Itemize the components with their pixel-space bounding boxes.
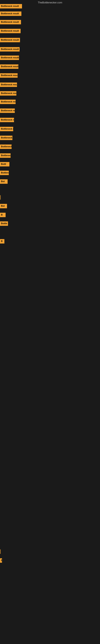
bottleneck-badge-27[interactable]: B bbox=[0, 558, 2, 563]
vertical-line-21 bbox=[0, 195, 0, 200]
bottleneck-badge-24[interactable]: Bottle bbox=[0, 222, 8, 226]
bottleneck-badge-3[interactable]: Bottleneck result bbox=[0, 29, 21, 33]
bottleneck-badge-12[interactable]: Bottleneck result bbox=[0, 108, 15, 113]
bottleneck-badge-10[interactable]: Bottleneck result bbox=[0, 91, 16, 96]
bottleneck-badge-20[interactable]: Bot bbox=[0, 179, 8, 184]
bottleneck-badge-23[interactable]: B bbox=[0, 213, 6, 217]
bottleneck-badge-17[interactable]: Bottleneck bbox=[0, 153, 11, 158]
site-title: TheBottlenecker.com bbox=[38, 1, 62, 4]
bottleneck-badge-2[interactable]: Bottleneck result bbox=[0, 20, 21, 24]
bottleneck-badge-4[interactable]: Bottleneck result bbox=[0, 38, 20, 42]
bottleneck-badge-6[interactable]: Bottleneck result bbox=[0, 56, 19, 60]
bottleneck-badge-0[interactable]: Bottleneck result bbox=[0, 4, 22, 8]
bottleneck-badge-11[interactable]: Bottleneck result bbox=[0, 100, 16, 104]
bottleneck-badge-25[interactable]: B bbox=[0, 239, 4, 244]
bottleneck-badge-1[interactable]: Bottleneck result bbox=[0, 12, 21, 16]
bottleneck-badge-7[interactable]: Bottleneck result bbox=[0, 64, 18, 69]
bottleneck-badge-15[interactable]: Bottleneck res bbox=[0, 136, 12, 140]
bottleneck-badge-9[interactable]: Bottleneck result bbox=[0, 82, 17, 87]
bottleneck-badge-8[interactable]: Bottleneck result bbox=[0, 73, 18, 78]
bottleneck-badge-22[interactable]: Bot bbox=[0, 204, 7, 208]
bottleneck-badge-5[interactable]: Bottleneck result bbox=[0, 47, 20, 52]
bottleneck-badge-14[interactable]: Bottleneck res bbox=[0, 127, 13, 131]
bottleneck-badge-16[interactable]: Bottleneck re bbox=[0, 144, 12, 149]
vertical-line-26 bbox=[0, 550, 0, 554]
bottleneck-badge-13[interactable]: Bottleneck result bbox=[0, 118, 14, 122]
bottleneck-badge-18[interactable]: Bottl bbox=[0, 162, 9, 166]
bottleneck-badge-19[interactable]: Bottlene bbox=[0, 171, 9, 175]
